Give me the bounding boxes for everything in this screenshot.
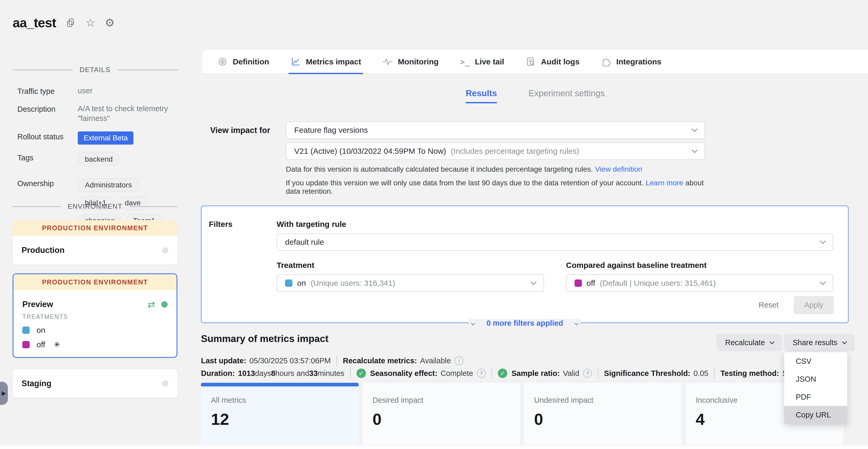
copy-icon[interactable] xyxy=(65,18,76,28)
treatment-off-label: off xyxy=(36,340,45,349)
menu-item-csv[interactable]: CSV xyxy=(784,352,847,370)
treatment-item-on: on xyxy=(22,326,177,335)
metric-card-all-metrics[interactable]: All metrics 12 xyxy=(201,383,359,445)
environment-header: ENVIRONMENT xyxy=(12,202,177,211)
apply-button[interactable]: Apply xyxy=(794,296,834,314)
treatment-on-swatch xyxy=(285,279,292,287)
treatment-off-swatch xyxy=(22,341,30,348)
learn-more-link[interactable]: Learn more xyxy=(646,179,683,187)
share-results-button[interactable]: Share results xyxy=(784,334,855,351)
env-card-production[interactable]: PRODUCTION ENVIRONMENT Production xyxy=(12,220,177,265)
duration-minutes: 33 xyxy=(309,369,318,378)
treatments-label: TREATMENTS xyxy=(22,313,177,321)
version-select[interactable]: V21 (Active) (10/03/2022 04:59PM To Now)… xyxy=(286,143,705,160)
treatment-on-label: on xyxy=(36,326,45,335)
targeting-rule-select[interactable]: default rule xyxy=(277,234,833,251)
metric-card-value: 12 xyxy=(211,410,359,428)
share-results-button-label: Share results xyxy=(793,338,838,347)
recalculate-button-label: Recalculate xyxy=(725,338,765,347)
recalculate-button[interactable]: Recalculate xyxy=(717,334,782,351)
reset-button[interactable]: Reset xyxy=(759,301,779,309)
divider xyxy=(492,368,492,379)
details-section-label: DETAILS xyxy=(80,66,110,74)
tab-integrations[interactable]: Integrations xyxy=(601,50,661,73)
duration-minutes-unit: minutes xyxy=(318,369,344,378)
gear-icon[interactable]: ⚙ xyxy=(105,17,115,28)
treatment-select-value: on xyxy=(297,279,306,288)
production-env-banner: PRODUCTION ENVIRONMENT xyxy=(12,220,177,236)
treatment-label: Treatment xyxy=(277,261,544,270)
check-circle-icon: ✓ xyxy=(498,368,507,378)
sidebar-collapse-handle[interactable]: ▶ xyxy=(0,382,8,405)
last-update-label: Last update: xyxy=(201,356,246,365)
tab-metrics-impact[interactable]: Metrics impact xyxy=(290,50,361,73)
tab-label: Audit logs xyxy=(541,57,580,66)
treatment-select[interactable]: on (Unique users: 316,341) xyxy=(277,274,544,292)
active-subtab-underline xyxy=(466,102,497,103)
flag-header: aa_test ☆ ⚙ xyxy=(12,15,115,30)
divider xyxy=(350,368,351,379)
tab-live-tail[interactable]: >_ Live tail xyxy=(460,50,504,73)
more-filters-toggle[interactable]: 0 more filters applied xyxy=(469,319,581,328)
subtab-results[interactable]: Results xyxy=(466,88,497,103)
menu-item-json[interactable]: JSON xyxy=(784,370,847,388)
significance-label: Significance Threshold: xyxy=(604,369,690,378)
check-circle-icon: ✓ xyxy=(356,368,366,378)
swap-arrows-icon: ⇄ xyxy=(148,300,155,309)
tag-pill[interactable]: backend xyxy=(78,152,120,166)
subtab-experiment-settings[interactable]: Experiment settings xyxy=(529,88,605,103)
rollout-status-badge[interactable]: External Beta xyxy=(78,131,133,145)
env-card-staging[interactable]: Staging xyxy=(12,369,177,398)
significance-value: 0.05 xyxy=(693,369,708,378)
subtab-results-label: Results xyxy=(466,88,497,98)
baseline-select-detail: (Default | Unique users: 315,461) xyxy=(600,279,716,288)
divider xyxy=(337,355,337,366)
default-treatment-icon: ✳ xyxy=(54,340,60,349)
targeting-rule-label: With targeting rule xyxy=(277,220,833,229)
data-retention-note: If you update this version we will only … xyxy=(286,179,705,196)
baseline-select[interactable]: off (Default | Unique users: 315,461) xyxy=(566,274,834,292)
menu-item-pdf[interactable]: PDF xyxy=(784,388,847,406)
question-icon[interactable]: ? xyxy=(477,369,486,378)
baseline-select-value: off xyxy=(587,279,595,288)
treatment-item-off: off ✳ xyxy=(22,340,177,349)
chevron-down-icon xyxy=(471,321,475,325)
metric-card-undesired-impact[interactable]: Undesired impact 0 xyxy=(524,383,682,445)
data-retention-note-text: If you update this version we will only … xyxy=(286,179,646,187)
view-definition-link[interactable]: View definition xyxy=(595,165,642,173)
environment-section: ENVIRONMENT PRODUCTION ENVIRONMENT Produ… xyxy=(12,202,177,398)
star-icon[interactable]: ☆ xyxy=(85,17,95,28)
impact-type-value: Feature flag versions xyxy=(294,126,368,134)
treatment-select-detail: (Unique users: 316,341) xyxy=(311,279,395,288)
chevron-down-icon xyxy=(842,339,847,344)
testing-method-label: Testing method: xyxy=(720,369,779,378)
tab-label: Metrics impact xyxy=(306,57,361,66)
metric-card-value: 0 xyxy=(373,410,520,428)
tab-monitoring[interactable]: Monitoring xyxy=(382,50,438,73)
recalculate-metrics-label: Recalculate metrics: xyxy=(343,356,417,365)
owner-pill[interactable]: Administrators xyxy=(78,178,139,192)
treatment-off-swatch xyxy=(575,279,582,287)
menu-item-copy-url[interactable]: Copy URL xyxy=(784,406,847,424)
duration-hours-unit: hours and xyxy=(275,369,309,378)
info-icon[interactable]: i xyxy=(455,356,463,365)
env-name-staging: Staging xyxy=(22,379,52,388)
last-update-value: 05/30/2025 03:57:06PM xyxy=(249,356,331,365)
tags-label: Tags xyxy=(17,152,78,170)
treatment-on-swatch xyxy=(22,327,30,334)
metric-card-desired-impact[interactable]: Desired impact 0 xyxy=(363,383,520,445)
view-impact-section: View impact for Feature flag versions V2… xyxy=(210,121,705,196)
description-value: A/A test to check telemetry "fairness" xyxy=(78,104,177,124)
impact-type-select[interactable]: Feature flag versions xyxy=(286,121,705,139)
env-name-preview: Preview xyxy=(22,300,53,309)
divider xyxy=(714,368,715,379)
traffic-type-value: user xyxy=(78,86,177,96)
env-name-production: Production xyxy=(22,245,65,255)
tab-label: Live tail xyxy=(475,57,504,66)
tab-definition[interactable]: Definition xyxy=(218,50,269,73)
baseline-label: Compared against baseline treatment xyxy=(566,261,834,270)
question-icon[interactable]: ? xyxy=(583,369,592,378)
tab-audit-logs[interactable]: Audit logs xyxy=(526,50,580,73)
line-chart-icon xyxy=(290,57,301,67)
env-card-preview[interactable]: PRODUCTION ENVIRONMENT Preview ⇄ TREATME… xyxy=(12,273,177,358)
